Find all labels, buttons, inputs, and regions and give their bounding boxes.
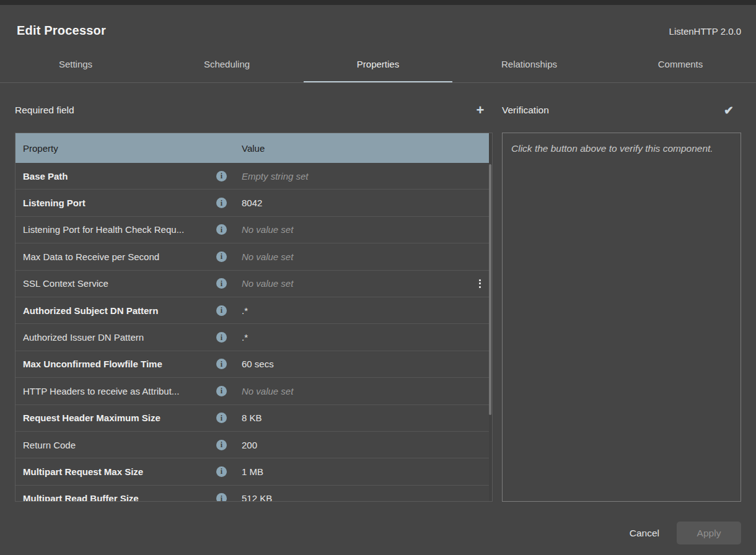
property-name: Max Unconfirmed Flowfile Time <box>23 359 216 369</box>
property-name: HTTP Headers to receive as Attribut... <box>23 386 216 396</box>
tab-label: Comments <box>658 59 703 69</box>
verification-pane: Verification ✔ Click the button above to… <box>502 100 741 502</box>
table-scrollbar-track <box>489 133 492 501</box>
property-name: Listening Port for Health Check Requ... <box>23 224 216 235</box>
plus-icon: + <box>477 103 485 117</box>
info-icon[interactable]: i <box>216 493 227 502</box>
property-row[interactable]: Multipart Read Buffer Size i 512 KB <box>15 486 492 502</box>
property-row[interactable]: Multipart Request Max Size i 1 MB <box>15 458 492 485</box>
verification-pane-header: Verification ✔ <box>502 100 741 120</box>
property-value: 1 MB <box>232 466 467 477</box>
tab-relationships[interactable]: Relationships <box>454 53 605 82</box>
property-value: No value set <box>232 386 467 396</box>
verification-message: Click the button above to verify this co… <box>511 143 713 154</box>
property-name: Multipart Read Buffer Size <box>23 493 216 502</box>
property-row[interactable]: Authorized Subject DN Pattern i .* <box>15 297 492 324</box>
info-icon[interactable]: i <box>216 466 227 477</box>
property-value: No value set <box>232 278 467 289</box>
tab-label: Relationships <box>501 59 557 69</box>
property-row[interactable]: Max Data to Receive per Second i No valu… <box>15 243 492 270</box>
tab-properties[interactable]: Properties <box>302 53 454 82</box>
required-field-label: Required field <box>15 105 74 116</box>
property-value: 8 KB <box>232 413 467 423</box>
property-value: 8042 <box>232 198 467 208</box>
property-value: 512 KB <box>232 493 467 502</box>
property-row[interactable]: Listening Port i 8042 <box>15 190 492 216</box>
property-name: Listening Port <box>23 198 216 208</box>
properties-table: Property Value Base Path i Empty string … <box>15 133 493 502</box>
tab-settings[interactable]: Settings <box>0 53 151 82</box>
property-name: Request Header Maximum Size <box>23 413 216 423</box>
column-header-property: Property <box>23 143 242 154</box>
dialog-footer: Cancel Apply <box>613 522 756 555</box>
tab-label: Properties <box>357 59 399 69</box>
property-name: Authorized Issuer DN Pattern <box>23 332 216 343</box>
info-icon[interactable]: i <box>216 332 227 343</box>
verify-button[interactable]: ✔ <box>720 102 737 119</box>
property-value: 200 <box>232 440 467 450</box>
property-row[interactable]: Listening Port for Health Check Requ... … <box>15 217 492 243</box>
info-icon[interactable]: i <box>216 198 227 208</box>
info-icon[interactable]: i <box>216 359 227 369</box>
info-icon[interactable]: i <box>216 413 227 423</box>
cancel-button[interactable]: Cancel <box>628 523 661 544</box>
info-icon[interactable]: i <box>216 440 227 450</box>
table-scrollbar-thumb[interactable] <box>489 164 491 415</box>
property-value: Empty string set <box>232 171 467 181</box>
property-value: .* <box>232 305 467 316</box>
apply-button[interactable]: Apply <box>677 522 741 544</box>
edit-processor-dialog: Edit Processor ListenHTTP 2.0.0 Settings… <box>0 5 756 555</box>
properties-pane-header: Required field + <box>15 100 493 120</box>
property-row[interactable]: Authorized Issuer DN Pattern i .* <box>15 324 492 351</box>
property-value: No value set <box>232 251 467 262</box>
property-row[interactable]: Request Header Maximum Size i 8 KB <box>15 405 492 432</box>
property-name: Return Code <box>23 440 216 450</box>
dialog-title: Edit Processor <box>17 24 106 38</box>
property-row[interactable]: SSL Context Service i No value set <box>15 271 492 297</box>
info-icon[interactable]: i <box>216 278 227 289</box>
properties-pane: Required field + Property Value Base Pat… <box>15 100 493 502</box>
properties-table-body: Base Path i Empty string set Listening P… <box>15 163 492 502</box>
property-value: 60 secs <box>232 359 467 369</box>
tab-scheduling[interactable]: Scheduling <box>151 53 302 82</box>
check-icon: ✔ <box>724 105 734 116</box>
tab-label: Settings <box>59 59 92 69</box>
property-row[interactable]: Base Path i Empty string set <box>15 163 492 190</box>
property-value: No value set <box>232 224 467 235</box>
info-icon[interactable]: i <box>216 171 227 181</box>
property-row[interactable]: Max Unconfirmed Flowfile Time i 60 secs <box>15 351 492 378</box>
add-property-button[interactable]: + <box>472 102 489 119</box>
property-name: Max Data to Receive per Second <box>23 251 216 262</box>
info-icon[interactable]: i <box>216 251 227 262</box>
component-version: ListenHTTP 2.0.0 <box>669 26 741 37</box>
verification-panel: Click the button above to verify this co… <box>502 133 741 502</box>
property-name: SSL Context Service <box>23 278 216 289</box>
properties-table-header: Property Value <box>15 133 492 163</box>
verification-label: Verification <box>502 105 549 116</box>
property-name: Authorized Subject DN Pattern <box>23 305 216 316</box>
column-header-value: Value <box>242 143 492 154</box>
property-row[interactable]: HTTP Headers to receive as Attribut... i… <box>15 378 492 404</box>
more-options-icon[interactable] <box>472 276 487 291</box>
tab-label: Scheduling <box>204 59 250 69</box>
tab-comments[interactable]: Comments <box>605 53 756 82</box>
property-row[interactable]: Return Code i 200 <box>15 432 492 458</box>
tabs: Settings Scheduling Properties Relations… <box>0 53 756 83</box>
info-icon[interactable]: i <box>216 305 227 316</box>
property-value: .* <box>232 332 467 343</box>
info-icon[interactable]: i <box>216 386 227 396</box>
dialog-header: Edit Processor ListenHTTP 2.0.0 <box>0 5 756 38</box>
dialog-content: Required field + Property Value Base Pat… <box>0 100 756 502</box>
property-name: Base Path <box>23 171 216 181</box>
property-name: Multipart Request Max Size <box>23 466 216 477</box>
info-icon[interactable]: i <box>216 224 227 235</box>
